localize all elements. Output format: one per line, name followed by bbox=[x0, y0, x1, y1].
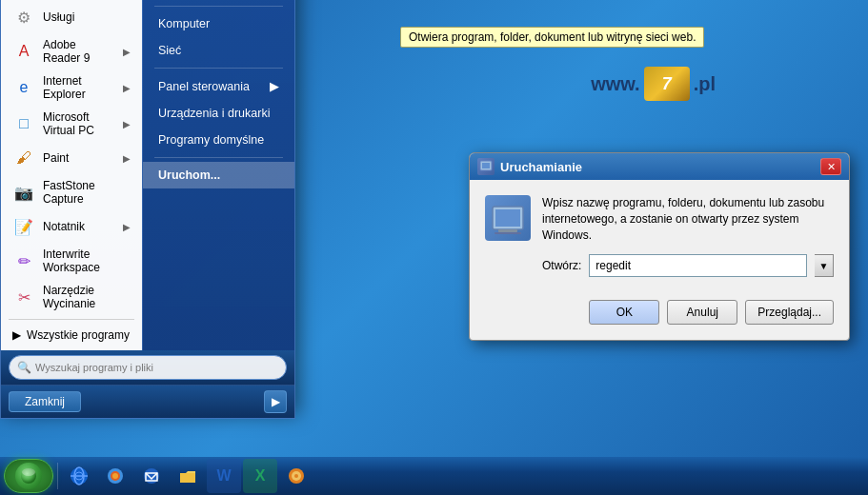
lock-button[interactable]: ▶ bbox=[264, 390, 287, 413]
panel-label: Panel sterowania bbox=[158, 80, 250, 93]
adobe-arrow: ▶ bbox=[123, 47, 131, 57]
svg-rect-3 bbox=[495, 209, 520, 227]
close-button[interactable]: Zamknij bbox=[9, 391, 81, 412]
menu-item-ie[interactable]: e Internet Explorer ▶ bbox=[1, 69, 142, 106]
dialog-controls: ✕ bbox=[820, 158, 841, 175]
narzedzie-icon: ✂ bbox=[12, 286, 35, 308]
right-menu-siec[interactable]: Sieć bbox=[143, 37, 294, 64]
paint-icon: 🖌 bbox=[12, 147, 35, 169]
right-menu-programy[interactable]: Programy domyślne bbox=[143, 127, 294, 153]
taskbar-ie[interactable] bbox=[62, 459, 96, 493]
dialog-input-field[interactable] bbox=[589, 254, 807, 277]
svg-point-17 bbox=[294, 474, 298, 478]
menu-item-uslugi[interactable]: ⚙ Usługi bbox=[1, 1, 142, 33]
dialog-description: Wpisz nazwę programu, folderu, dokumentu… bbox=[542, 195, 834, 243]
dialog-input-row: Otwórz: ▼ bbox=[542, 254, 834, 277]
browse-button[interactable]: Przeglądaj... bbox=[745, 300, 834, 325]
search-container[interactable]: 🔍 bbox=[9, 355, 287, 380]
right-menu-muzyka[interactable]: Muzyka bbox=[143, 0, 294, 2]
ie-label: Internet Explorer bbox=[43, 74, 115, 101]
taskbar-firefox[interactable] bbox=[98, 459, 132, 493]
paint-label: Paint bbox=[43, 151, 115, 165]
tooltip: Otwiera program, folder, dokument lub wi… bbox=[400, 27, 704, 48]
menu-item-notatnik[interactable]: 📝 Notatnik ▶ bbox=[1, 210, 142, 243]
panel-arrow: ▶ bbox=[270, 79, 279, 93]
menu-item-virtualpc[interactable]: □ Microsoft Virtual PC ▶ bbox=[1, 106, 142, 142]
start-menu-right: Luk Dokumenty Obrazy Muzyka Komputer Sie… bbox=[142, 0, 294, 350]
dialog-close-button[interactable]: ✕ bbox=[820, 158, 841, 175]
search-magnifier-icon: 🔍 bbox=[17, 361, 31, 374]
menu-item-faststone[interactable]: 📷 FastStone Capture bbox=[1, 174, 142, 210]
svg-rect-5 bbox=[495, 232, 521, 234]
uslugi-label: Usługi bbox=[43, 10, 131, 24]
start-menu-content: ★ EVEREST Ultimate Edition 🔒 TrueCrypt P… bbox=[1, 0, 294, 350]
menu-divider bbox=[9, 319, 134, 320]
svg-rect-4 bbox=[498, 229, 517, 232]
menu-item-adobe[interactable]: A Adobe Reader 9 ▶ bbox=[1, 33, 142, 69]
start-menu-close-area: Zamknij ▶ bbox=[1, 385, 294, 418]
watermark-logo: 7 bbox=[644, 67, 690, 101]
right-menu-panel[interactable]: Panel sterowania ▶ bbox=[143, 72, 294, 100]
word-letter: W bbox=[216, 467, 231, 485]
start-menu-left: ★ EVEREST Ultimate Edition 🔒 TrueCrypt P… bbox=[1, 0, 142, 350]
taskbar-excel[interactable]: X bbox=[243, 459, 277, 493]
start-orb bbox=[15, 463, 42, 489]
start-button[interactable] bbox=[4, 459, 53, 493]
faststone-label: FastStone Capture bbox=[43, 179, 131, 206]
svg-point-6 bbox=[21, 468, 36, 484]
desktop: www. 7 .pl ★ EVEREST Ultimate Edition 🔒 … bbox=[0, 0, 868, 457]
cancel-button[interactable]: Anuluj bbox=[667, 300, 737, 325]
watermark-prefix: www. bbox=[591, 73, 639, 95]
search-input[interactable] bbox=[35, 362, 278, 373]
taskbar-folder[interactable] bbox=[171, 459, 205, 493]
dialog-title-icon bbox=[477, 158, 495, 175]
faststone-icon: 📷 bbox=[12, 181, 35, 204]
menu-item-interwrite[interactable]: ✏ Interwrite Workspace bbox=[1, 243, 142, 279]
ok-button[interactable]: OK bbox=[589, 300, 659, 325]
notatnik-label: Notatnik bbox=[43, 220, 115, 233]
virtualpc-label: Microsoft Virtual PC bbox=[43, 110, 115, 137]
dialog-titlebar: Uruchamianie ✕ bbox=[470, 153, 849, 180]
interwrite-label: Interwrite Workspace bbox=[43, 248, 131, 274]
all-programs-button[interactable]: ▶ Wszystkie programy bbox=[1, 324, 142, 346]
taskbar-word[interactable]: W bbox=[207, 459, 241, 493]
taskbar-separator-1 bbox=[57, 463, 58, 489]
excel-letter: X bbox=[255, 467, 266, 485]
svg-rect-1 bbox=[482, 163, 490, 168]
taskbar-paint-prog[interactable] bbox=[279, 459, 313, 493]
dialog-dropdown-arrow[interactable]: ▼ bbox=[815, 254, 834, 277]
narzedzie-label: Narzędzie Wycinanie bbox=[43, 284, 131, 310]
all-programs-arrow: ▶ bbox=[12, 328, 21, 342]
run-dialog: Uruchamianie ✕ Wpisz nazwę programu, fol… bbox=[469, 152, 850, 341]
menu-item-narzedzie[interactable]: ✂ Narzędzie Wycinanie bbox=[1, 279, 142, 315]
dialog-open-label: Otwórz: bbox=[542, 259, 581, 272]
dialog-footer: OK Anuluj Przeglądaj... bbox=[470, 292, 849, 340]
uslugi-icon: ⚙ bbox=[12, 6, 35, 29]
notatnik-arrow: ▶ bbox=[123, 222, 131, 232]
dialog-run-icon bbox=[485, 195, 531, 241]
menu-item-paint[interactable]: 🖌 Paint ▶ bbox=[1, 142, 142, 174]
all-programs-label: Wszystkie programy bbox=[27, 328, 130, 342]
dialog-title-left: Uruchamianie bbox=[477, 158, 582, 175]
taskbar: W X bbox=[0, 457, 868, 495]
dialog-text-area: Wpisz nazwę programu, folderu, dokumentu… bbox=[542, 195, 834, 277]
taskbar-thunderbird[interactable] bbox=[134, 459, 169, 493]
right-divider-2 bbox=[154, 6, 283, 7]
virtualpc-icon: □ bbox=[12, 112, 35, 135]
right-menu-uruchom[interactable]: Uruchom... bbox=[143, 162, 294, 188]
ie-arrow: ▶ bbox=[123, 83, 131, 93]
right-menu-urzadzenia[interactable]: Urządzenia i drukarki bbox=[143, 100, 294, 127]
right-divider-3 bbox=[154, 68, 283, 69]
right-menu-komputer[interactable]: Komputer bbox=[143, 10, 294, 37]
dialog-title-text: Uruchamianie bbox=[500, 160, 582, 174]
ie-icon: e bbox=[12, 76, 35, 99]
paint-arrow: ▶ bbox=[123, 153, 131, 164]
virtualpc-arrow: ▶ bbox=[123, 119, 131, 129]
right-divider-4 bbox=[154, 157, 283, 158]
watermark: www. 7 .pl bbox=[591, 67, 716, 101]
watermark-suffix: .pl bbox=[694, 73, 716, 95]
adobe-label: Adobe Reader 9 bbox=[43, 38, 115, 65]
dialog-body: Wpisz nazwę programu, folderu, dokumentu… bbox=[470, 180, 849, 292]
adobe-icon: A bbox=[12, 40, 35, 63]
interwrite-icon: ✏ bbox=[12, 249, 35, 272]
